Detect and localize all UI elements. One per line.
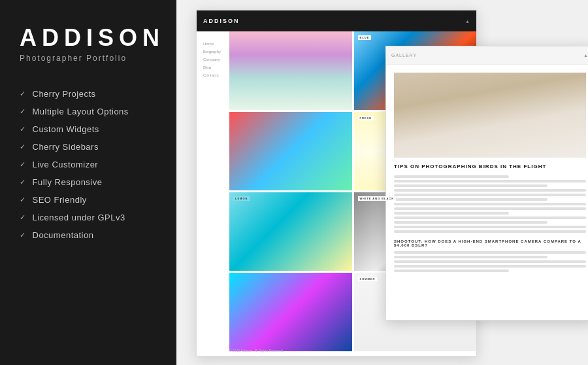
check-icon: ✓: [20, 125, 26, 133]
feature-label: Licensed under GPLv3: [33, 213, 125, 222]
nav-link: Biography: [203, 50, 221, 54]
text-line: [394, 260, 586, 263]
grid-badge-wb: WHITE AND BLACK: [358, 196, 397, 201]
brand-title: ADDISON: [20, 26, 157, 50]
text-line: [394, 194, 586, 196]
feature-label: SEO Friendly: [33, 195, 87, 205]
text-line: [394, 269, 509, 272]
right-panel: ADDISON ▲ Home Biography Company Blog Co…: [176, 0, 588, 365]
check-icon: ✓: [20, 160, 26, 169]
text-line: [394, 184, 547, 187]
grid-badge-summer: SUMMER: [358, 277, 378, 281]
list-item: ✓ Licensed under GPLv3: [20, 213, 157, 222]
features-list: ✓ Cherry Projects ✓ Multiple Layout Opti…: [20, 89, 157, 240]
blog-title: TIPS ON PHOTOGRAPHING BIRDS IN THE FLIGH…: [394, 163, 586, 170]
check-icon: ✓: [20, 143, 26, 151]
text-line: [394, 198, 547, 201]
site-nav-left: Home Biography Company Blog Contacts: [197, 37, 227, 82]
grid-item-7: [229, 273, 352, 351]
check-icon: ✓: [20, 213, 26, 222]
blog-text: [394, 175, 586, 233]
feature-label: Live Customizer: [33, 160, 99, 169]
blog-text-2: [394, 251, 586, 272]
nav-item: ▲: [465, 19, 470, 24]
nav-link: Blog: [203, 65, 221, 69]
screenshot-container: ADDISON ▲ Home Biography Company Blog Co…: [176, 7, 588, 365]
nav-link: Contacts: [203, 73, 221, 77]
feature-label: Documentation: [33, 230, 94, 240]
list-item: ✓ Cherry Sidebars: [20, 142, 157, 152]
feature-label: Cherry Projects: [33, 89, 96, 99]
blog-model-photo: [394, 73, 586, 158]
check-icon: ✓: [20, 90, 26, 98]
blog-image: [394, 73, 586, 158]
text-line: [394, 180, 586, 182]
text-line: [394, 175, 509, 178]
site-header: ADDISON ▲: [197, 10, 476, 31]
check-icon: ✓: [20, 231, 26, 239]
grid-item-3: [229, 112, 352, 190]
nav-link: Home: [203, 42, 221, 46]
list-item: ✓ Custom Widgets: [20, 124, 157, 134]
grid-badge: BLUE: [358, 35, 372, 40]
site-logo: ADDISON: [203, 18, 240, 24]
check-icon: ✓: [20, 196, 26, 204]
text-line: [394, 230, 586, 233]
blog-nav: ▲: [583, 53, 588, 58]
blog-content: TIPS ON PHOTOGRAPHING BIRDS IN THE FLIGH…: [386, 65, 588, 280]
grid-item-1: [229, 31, 352, 110]
check-icon: ✓: [20, 107, 26, 116]
text-line: [394, 221, 547, 224]
text-line: [394, 217, 586, 219]
list-item: ✓ Cherry Projects: [20, 89, 157, 99]
blog-subheading: SHOOTOUT: HOW DOES A HIGH-END SMARTPHONE…: [394, 239, 586, 247]
text-line: [394, 226, 586, 228]
feature-label: Cherry Sidebars: [33, 142, 99, 152]
grid-badge-fresh: FRESH: [358, 116, 374, 120]
site-footer: © 2015 Addison. All Rights Reserved.: [229, 349, 284, 353]
grid-badge-lemon: LEMON: [233, 196, 250, 201]
list-item: ✓ Multiple Layout Options: [20, 107, 157, 116]
feature-label: Multiple Layout Options: [33, 107, 129, 116]
left-panel: ADDISON Photographer Portfolio ✓ Cherry …: [0, 0, 176, 365]
blog-screenshot: GALLERY ▲ TIPS ON PHOTOGRAPHING BIRDS IN…: [385, 46, 588, 321]
blog-logo: GALLERY: [391, 53, 417, 58]
feature-label: Fully Responsive: [33, 177, 103, 187]
list-item: ✓ Live Customizer: [20, 160, 157, 169]
text-line: [394, 207, 586, 210]
text-line: [394, 203, 586, 205]
feature-label: Custom Widgets: [33, 124, 99, 134]
text-line: [394, 256, 547, 258]
text-line: [394, 265, 586, 268]
blog-header: GALLERY ▲: [386, 46, 588, 65]
text-line: [394, 189, 586, 192]
list-item: ✓ Documentation: [20, 230, 157, 240]
brand-subtitle: Photographer Portfolio: [20, 54, 157, 63]
text-line: [394, 212, 509, 215]
check-icon: ✓: [20, 178, 26, 186]
grid-item-5: LEMON: [229, 192, 352, 271]
text-line: [394, 251, 586, 254]
list-item: ✓ Fully Responsive: [20, 177, 157, 187]
list-item: ✓ SEO Friendly: [20, 195, 157, 205]
nav-link: Company: [203, 58, 221, 61]
site-nav: ▲: [465, 19, 470, 24]
